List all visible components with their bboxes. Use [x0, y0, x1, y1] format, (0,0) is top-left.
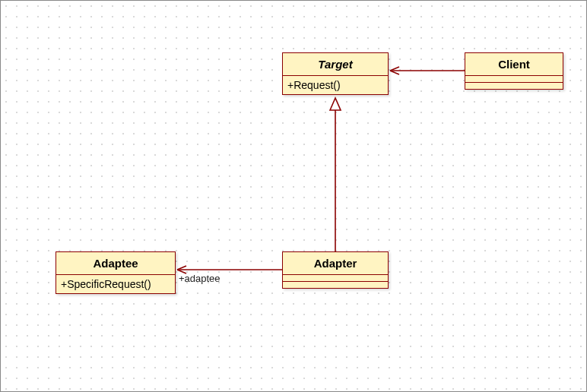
class-client-attrs [465, 76, 563, 83]
class-target-operation: +Request() [283, 76, 388, 94]
class-adapter-ops [283, 282, 388, 288]
class-client-ops [465, 83, 563, 89]
class-adapter-attrs [283, 275, 388, 282]
class-adapter-name: Adapter [283, 252, 388, 275]
class-target[interactable]: Target +Request() [282, 52, 389, 95]
class-client[interactable]: Client [465, 52, 563, 90]
class-target-name: Target [283, 53, 388, 76]
class-adaptee[interactable]: Adaptee +SpecificRequest() [56, 251, 176, 294]
class-client-name: Client [465, 53, 563, 76]
diagram-canvas: Target +Request() Client Adapter Adaptee… [0, 0, 587, 392]
class-adapter[interactable]: Adapter [282, 251, 389, 289]
association-role-adaptee: +adaptee [179, 273, 221, 284]
class-adaptee-operation: +SpecificRequest() [56, 275, 175, 293]
class-adaptee-name: Adaptee [56, 252, 175, 275]
